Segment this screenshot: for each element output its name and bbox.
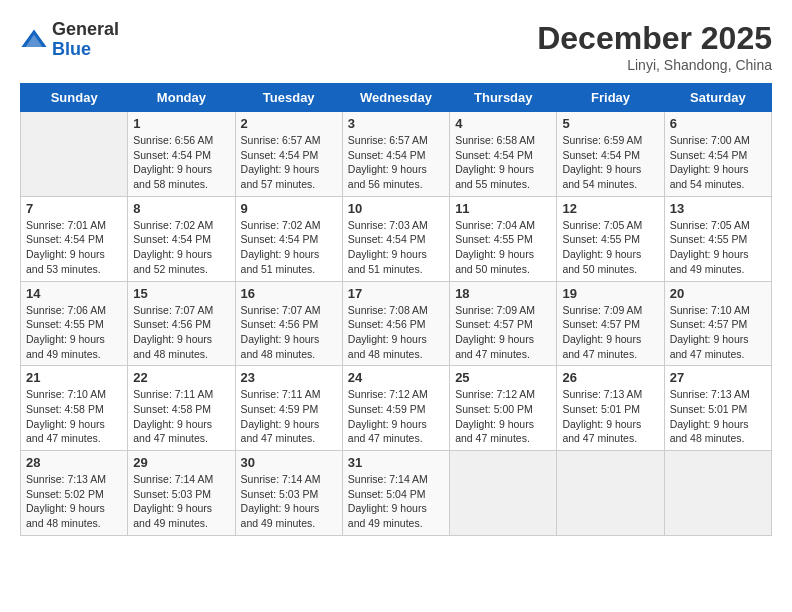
day-header-saturday: Saturday — [664, 84, 771, 112]
sunrise: Sunrise: 7:11 AM — [241, 388, 321, 400]
calendar-cell: 6Sunrise: 7:00 AMSunset: 4:54 PMDaylight… — [664, 112, 771, 197]
day-header-wednesday: Wednesday — [342, 84, 449, 112]
sunset: Sunset: 4:59 PM — [348, 403, 426, 415]
calendar-cell: 15Sunrise: 7:07 AMSunset: 4:56 PMDayligh… — [128, 281, 235, 366]
day-number: 3 — [348, 116, 444, 131]
sunrise: Sunrise: 7:01 AM — [26, 219, 106, 231]
day-number: 17 — [348, 286, 444, 301]
day-info: Sunrise: 7:09 AMSunset: 4:57 PMDaylight:… — [455, 303, 551, 362]
daylight: Daylight: 9 hours and 55 minutes. — [455, 163, 534, 190]
sunrise: Sunrise: 6:58 AM — [455, 134, 535, 146]
daylight: Daylight: 9 hours and 48 minutes. — [133, 333, 212, 360]
sunrise: Sunrise: 7:12 AM — [455, 388, 535, 400]
day-number: 23 — [241, 370, 337, 385]
day-number: 4 — [455, 116, 551, 131]
location: Linyi, Shandong, China — [537, 57, 772, 73]
calendar-cell: 3Sunrise: 6:57 AMSunset: 4:54 PMDaylight… — [342, 112, 449, 197]
logo-blue-text: Blue — [52, 40, 119, 60]
sunset: Sunset: 4:56 PM — [133, 318, 211, 330]
daylight: Daylight: 9 hours and 54 minutes. — [670, 163, 749, 190]
daylight: Daylight: 9 hours and 49 minutes. — [670, 248, 749, 275]
calendar-cell: 7Sunrise: 7:01 AMSunset: 4:54 PMDaylight… — [21, 196, 128, 281]
daylight: Daylight: 9 hours and 50 minutes. — [455, 248, 534, 275]
sunrise: Sunrise: 7:12 AM — [348, 388, 428, 400]
calendar-cell — [21, 112, 128, 197]
calendar-cell: 14Sunrise: 7:06 AMSunset: 4:55 PMDayligh… — [21, 281, 128, 366]
sunset: Sunset: 4:54 PM — [241, 233, 319, 245]
day-header-sunday: Sunday — [21, 84, 128, 112]
daylight: Daylight: 9 hours and 49 minutes. — [241, 502, 320, 529]
sunset: Sunset: 4:57 PM — [455, 318, 533, 330]
day-number: 28 — [26, 455, 122, 470]
calendar-cell: 25Sunrise: 7:12 AMSunset: 5:00 PMDayligh… — [450, 366, 557, 451]
calendar-cell: 23Sunrise: 7:11 AMSunset: 4:59 PMDayligh… — [235, 366, 342, 451]
day-info: Sunrise: 7:02 AMSunset: 4:54 PMDaylight:… — [241, 218, 337, 277]
day-info: Sunrise: 7:01 AMSunset: 4:54 PMDaylight:… — [26, 218, 122, 277]
sunset: Sunset: 4:54 PM — [26, 233, 104, 245]
day-info: Sunrise: 6:58 AMSunset: 4:54 PMDaylight:… — [455, 133, 551, 192]
day-number: 30 — [241, 455, 337, 470]
sunrise: Sunrise: 6:57 AM — [241, 134, 321, 146]
day-info: Sunrise: 7:06 AMSunset: 4:55 PMDaylight:… — [26, 303, 122, 362]
daylight: Daylight: 9 hours and 47 minutes. — [348, 418, 427, 445]
week-row-3: 14Sunrise: 7:06 AMSunset: 4:55 PMDayligh… — [21, 281, 772, 366]
daylight: Daylight: 9 hours and 57 minutes. — [241, 163, 320, 190]
sunset: Sunset: 4:54 PM — [670, 149, 748, 161]
sunrise: Sunrise: 7:02 AM — [241, 219, 321, 231]
sunset: Sunset: 4:54 PM — [348, 149, 426, 161]
daylight: Daylight: 9 hours and 47 minutes. — [241, 418, 320, 445]
day-info: Sunrise: 6:57 AMSunset: 4:54 PMDaylight:… — [241, 133, 337, 192]
day-number: 10 — [348, 201, 444, 216]
day-number: 26 — [562, 370, 658, 385]
sunset: Sunset: 4:54 PM — [133, 233, 211, 245]
daylight: Daylight: 9 hours and 48 minutes. — [348, 333, 427, 360]
sunrise: Sunrise: 7:11 AM — [133, 388, 213, 400]
daylight: Daylight: 9 hours and 48 minutes. — [26, 502, 105, 529]
day-info: Sunrise: 6:59 AMSunset: 4:54 PMDaylight:… — [562, 133, 658, 192]
sunrise: Sunrise: 7:00 AM — [670, 134, 750, 146]
day-number: 27 — [670, 370, 766, 385]
sunset: Sunset: 4:58 PM — [133, 403, 211, 415]
day-number: 7 — [26, 201, 122, 216]
month-title: December 2025 — [537, 20, 772, 57]
calendar-cell: 31Sunrise: 7:14 AMSunset: 5:04 PMDayligh… — [342, 451, 449, 536]
sunset: Sunset: 4:54 PM — [455, 149, 533, 161]
day-header-friday: Friday — [557, 84, 664, 112]
calendar-header-row: SundayMondayTuesdayWednesdayThursdayFrid… — [21, 84, 772, 112]
sunset: Sunset: 5:01 PM — [562, 403, 640, 415]
calendar-cell: 8Sunrise: 7:02 AMSunset: 4:54 PMDaylight… — [128, 196, 235, 281]
daylight: Daylight: 9 hours and 47 minutes. — [562, 418, 641, 445]
sunrise: Sunrise: 7:13 AM — [26, 473, 106, 485]
sunrise: Sunrise: 7:04 AM — [455, 219, 535, 231]
daylight: Daylight: 9 hours and 47 minutes. — [133, 418, 212, 445]
week-row-2: 7Sunrise: 7:01 AMSunset: 4:54 PMDaylight… — [21, 196, 772, 281]
day-number: 24 — [348, 370, 444, 385]
sunrise: Sunrise: 7:05 AM — [562, 219, 642, 231]
sunset: Sunset: 4:56 PM — [348, 318, 426, 330]
daylight: Daylight: 9 hours and 47 minutes. — [455, 333, 534, 360]
calendar-cell: 11Sunrise: 7:04 AMSunset: 4:55 PMDayligh… — [450, 196, 557, 281]
calendar-cell: 2Sunrise: 6:57 AMSunset: 4:54 PMDaylight… — [235, 112, 342, 197]
sunrise: Sunrise: 7:14 AM — [241, 473, 321, 485]
calendar-cell: 22Sunrise: 7:11 AMSunset: 4:58 PMDayligh… — [128, 366, 235, 451]
calendar-cell: 27Sunrise: 7:13 AMSunset: 5:01 PMDayligh… — [664, 366, 771, 451]
calendar-cell: 13Sunrise: 7:05 AMSunset: 4:55 PMDayligh… — [664, 196, 771, 281]
sunrise: Sunrise: 7:06 AM — [26, 304, 106, 316]
calendar-cell: 5Sunrise: 6:59 AMSunset: 4:54 PMDaylight… — [557, 112, 664, 197]
sunset: Sunset: 5:03 PM — [241, 488, 319, 500]
daylight: Daylight: 9 hours and 47 minutes. — [670, 333, 749, 360]
daylight: Daylight: 9 hours and 47 minutes. — [455, 418, 534, 445]
daylight: Daylight: 9 hours and 52 minutes. — [133, 248, 212, 275]
daylight: Daylight: 9 hours and 51 minutes. — [348, 248, 427, 275]
day-number: 12 — [562, 201, 658, 216]
day-info: Sunrise: 7:05 AMSunset: 4:55 PMDaylight:… — [670, 218, 766, 277]
day-number: 19 — [562, 286, 658, 301]
daylight: Daylight: 9 hours and 58 minutes. — [133, 163, 212, 190]
calendar-cell: 12Sunrise: 7:05 AMSunset: 4:55 PMDayligh… — [557, 196, 664, 281]
sunrise: Sunrise: 7:10 AM — [26, 388, 106, 400]
calendar-cell: 10Sunrise: 7:03 AMSunset: 4:54 PMDayligh… — [342, 196, 449, 281]
day-info: Sunrise: 7:09 AMSunset: 4:57 PMDaylight:… — [562, 303, 658, 362]
day-info: Sunrise: 7:11 AMSunset: 4:59 PMDaylight:… — [241, 387, 337, 446]
sunset: Sunset: 5:01 PM — [670, 403, 748, 415]
day-info: Sunrise: 7:13 AMSunset: 5:01 PMDaylight:… — [562, 387, 658, 446]
